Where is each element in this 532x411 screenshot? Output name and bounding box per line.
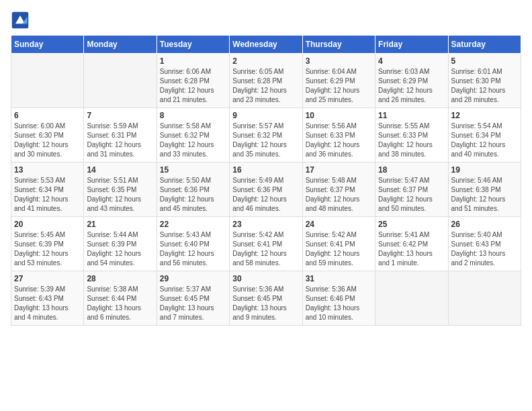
- day-info: Sunrise: 5:42 AM Sunset: 6:41 PM Dayligh…: [232, 230, 299, 268]
- day-number: 28: [87, 274, 153, 283]
- day-number: 25: [378, 220, 445, 229]
- day-number: 2: [232, 56, 299, 66]
- day-number: 3: [306, 56, 372, 66]
- calendar-cell: 16Sunrise: 5:49 AM Sunset: 6:36 PM Dayli…: [230, 163, 302, 217]
- weekday-header-row: SundayMondayTuesdayWednesdayThursdayFrid…: [11, 36, 521, 54]
- day-info: Sunrise: 5:45 AM Sunset: 6:39 PM Dayligh…: [14, 230, 81, 268]
- day-info: Sunrise: 5:49 AM Sunset: 6:36 PM Dayligh…: [232, 176, 299, 214]
- day-number: 11: [378, 111, 445, 120]
- day-number: 31: [306, 274, 372, 283]
- day-number: 9: [232, 111, 299, 120]
- day-number: 1: [160, 56, 226, 66]
- calendar-cell: 18Sunrise: 5:47 AM Sunset: 6:37 PM Dayli…: [375, 163, 448, 217]
- day-info: Sunrise: 6:06 AM Sunset: 6:28 PM Dayligh…: [160, 67, 226, 105]
- calendar-cell: 20Sunrise: 5:45 AM Sunset: 6:39 PM Dayli…: [11, 217, 84, 271]
- calendar-cell: 22Sunrise: 5:43 AM Sunset: 6:40 PM Dayli…: [157, 217, 229, 271]
- day-info: Sunrise: 5:36 AM Sunset: 6:45 PM Dayligh…: [232, 285, 299, 322]
- calendar-cell: 9Sunrise: 5:57 AM Sunset: 6:32 PM Daylig…: [230, 108, 302, 163]
- day-info: Sunrise: 5:57 AM Sunset: 6:32 PM Dayligh…: [232, 122, 299, 159]
- day-number: 24: [306, 220, 372, 229]
- day-info: Sunrise: 5:48 AM Sunset: 6:37 PM Dayligh…: [306, 176, 372, 214]
- day-info: Sunrise: 5:36 AM Sunset: 6:46 PM Dayligh…: [306, 285, 372, 322]
- calendar-cell: 21Sunrise: 5:44 AM Sunset: 6:39 PM Dayli…: [84, 217, 157, 271]
- day-number: 26: [451, 220, 518, 229]
- day-number: 12: [451, 111, 518, 120]
- day-info: Sunrise: 5:55 AM Sunset: 6:33 PM Dayligh…: [378, 122, 445, 159]
- calendar-week-row: 6Sunrise: 6:00 AM Sunset: 6:30 PM Daylig…: [11, 108, 521, 163]
- day-number: 19: [451, 165, 518, 175]
- weekday-header: Monday: [84, 36, 157, 54]
- day-info: Sunrise: 5:46 AM Sunset: 6:38 PM Dayligh…: [451, 176, 518, 214]
- day-number: 27: [14, 274, 81, 283]
- calendar-cell: 31Sunrise: 5:36 AM Sunset: 6:46 PM Dayli…: [302, 271, 375, 326]
- day-number: 14: [87, 165, 153, 175]
- day-info: Sunrise: 5:42 AM Sunset: 6:41 PM Dayligh…: [306, 230, 372, 268]
- day-number: 20: [14, 220, 81, 229]
- day-info: Sunrise: 5:54 AM Sunset: 6:34 PM Dayligh…: [451, 122, 518, 159]
- day-number: 30: [232, 274, 299, 283]
- calendar-week-row: 1Sunrise: 6:06 AM Sunset: 6:28 PM Daylig…: [11, 54, 521, 108]
- day-info: Sunrise: 5:58 AM Sunset: 6:32 PM Dayligh…: [160, 122, 226, 159]
- calendar-cell: 26Sunrise: 5:40 AM Sunset: 6:43 PM Dayli…: [448, 217, 521, 271]
- day-number: 29: [160, 274, 226, 283]
- calendar-cell: 23Sunrise: 5:42 AM Sunset: 6:41 PM Dayli…: [230, 217, 302, 271]
- calendar-cell: [11, 54, 84, 108]
- day-number: 16: [232, 165, 299, 175]
- day-info: Sunrise: 5:37 AM Sunset: 6:45 PM Dayligh…: [160, 285, 226, 322]
- calendar-cell: 29Sunrise: 5:37 AM Sunset: 6:45 PM Dayli…: [157, 271, 229, 326]
- page-header: [11, 11, 521, 30]
- day-number: 15: [160, 165, 226, 175]
- calendar-cell: 2Sunrise: 6:05 AM Sunset: 6:28 PM Daylig…: [230, 54, 302, 108]
- calendar-cell: 11Sunrise: 5:55 AM Sunset: 6:33 PM Dayli…: [375, 108, 448, 163]
- calendar-cell: 24Sunrise: 5:42 AM Sunset: 6:41 PM Dayli…: [302, 217, 375, 271]
- day-info: Sunrise: 6:05 AM Sunset: 6:28 PM Dayligh…: [232, 67, 299, 105]
- calendar-cell: 10Sunrise: 5:56 AM Sunset: 6:33 PM Dayli…: [302, 108, 375, 163]
- weekday-header: Wednesday: [230, 36, 302, 54]
- calendar-cell: [84, 54, 157, 108]
- day-number: 8: [160, 111, 226, 120]
- day-number: 18: [378, 165, 445, 175]
- day-info: Sunrise: 5:59 AM Sunset: 6:31 PM Dayligh…: [87, 122, 153, 159]
- day-info: Sunrise: 5:50 AM Sunset: 6:36 PM Dayligh…: [160, 176, 226, 214]
- calendar-cell: [448, 271, 521, 326]
- day-number: 22: [160, 220, 226, 229]
- day-number: 21: [87, 220, 153, 229]
- calendar-cell: 6Sunrise: 6:00 AM Sunset: 6:30 PM Daylig…: [11, 108, 84, 163]
- day-number: 7: [87, 111, 153, 120]
- day-info: Sunrise: 6:01 AM Sunset: 6:30 PM Dayligh…: [451, 67, 518, 105]
- day-info: Sunrise: 5:51 AM Sunset: 6:35 PM Dayligh…: [87, 176, 153, 214]
- calendar-table: SundayMondayTuesdayWednesdayThursdayFrid…: [11, 35, 521, 326]
- day-info: Sunrise: 5:39 AM Sunset: 6:43 PM Dayligh…: [14, 285, 81, 322]
- calendar-cell: 15Sunrise: 5:50 AM Sunset: 6:36 PM Dayli…: [157, 163, 229, 217]
- day-info: Sunrise: 5:56 AM Sunset: 6:33 PM Dayligh…: [306, 122, 372, 159]
- day-info: Sunrise: 6:04 AM Sunset: 6:29 PM Dayligh…: [306, 67, 372, 105]
- day-number: 17: [306, 165, 372, 175]
- calendar-cell: 27Sunrise: 5:39 AM Sunset: 6:43 PM Dayli…: [11, 271, 84, 326]
- calendar-cell: 3Sunrise: 6:04 AM Sunset: 6:29 PM Daylig…: [302, 54, 375, 108]
- day-info: Sunrise: 5:47 AM Sunset: 6:37 PM Dayligh…: [378, 176, 445, 214]
- calendar-cell: 17Sunrise: 5:48 AM Sunset: 6:37 PM Dayli…: [302, 163, 375, 217]
- weekday-header: Friday: [375, 36, 448, 54]
- day-info: Sunrise: 5:43 AM Sunset: 6:40 PM Dayligh…: [160, 230, 226, 268]
- day-number: 13: [14, 165, 81, 175]
- day-info: Sunrise: 5:44 AM Sunset: 6:39 PM Dayligh…: [87, 230, 153, 268]
- day-info: Sunrise: 5:40 AM Sunset: 6:43 PM Dayligh…: [451, 230, 518, 268]
- day-info: Sunrise: 5:41 AM Sunset: 6:42 PM Dayligh…: [378, 230, 445, 268]
- calendar-cell: 4Sunrise: 6:03 AM Sunset: 6:29 PM Daylig…: [375, 54, 448, 108]
- weekday-header: Thursday: [302, 36, 375, 54]
- calendar-cell: 30Sunrise: 5:36 AM Sunset: 6:45 PM Dayli…: [230, 271, 302, 326]
- day-info: Sunrise: 6:03 AM Sunset: 6:29 PM Dayligh…: [378, 67, 445, 105]
- day-number: 10: [306, 111, 372, 120]
- weekday-header: Tuesday: [157, 36, 229, 54]
- calendar-cell: 25Sunrise: 5:41 AM Sunset: 6:42 PM Dayli…: [375, 217, 448, 271]
- day-number: 5: [451, 56, 518, 66]
- weekday-header: Sunday: [11, 36, 84, 54]
- day-number: 23: [232, 220, 299, 229]
- calendar-week-row: 27Sunrise: 5:39 AM Sunset: 6:43 PM Dayli…: [11, 271, 521, 326]
- calendar-cell: 5Sunrise: 6:01 AM Sunset: 6:30 PM Daylig…: [448, 54, 521, 108]
- logo-icon: [11, 11, 30, 30]
- day-info: Sunrise: 5:53 AM Sunset: 6:34 PM Dayligh…: [14, 176, 81, 214]
- calendar-cell: 19Sunrise: 5:46 AM Sunset: 6:38 PM Dayli…: [448, 163, 521, 217]
- calendar-cell: 1Sunrise: 6:06 AM Sunset: 6:28 PM Daylig…: [157, 54, 229, 108]
- calendar-week-row: 20Sunrise: 5:45 AM Sunset: 6:39 PM Dayli…: [11, 217, 521, 271]
